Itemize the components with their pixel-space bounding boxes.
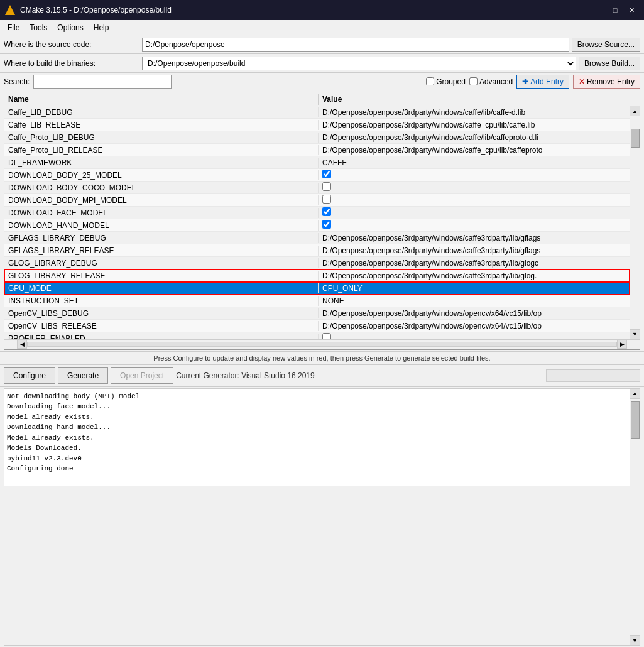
log-line: Downloading hand model... [7, 422, 627, 433]
log-line: Configuring done [7, 464, 627, 474]
table-body: Caffe_LIB_DEBUGD:/Openpose/openpose/3rdp… [4, 106, 630, 339]
cell-value: D:/Openpose/openpose/3rdparty/windows/op… [319, 321, 630, 331]
table-row[interactable]: Caffe_LIB_DEBUGD:/Openpose/openpose/3rdp… [4, 106, 630, 119]
table-row[interactable]: GLOG_LIBRARY_RELEASED:/Openpose/openpose… [4, 269, 630, 282]
title-bar: CMake 3.15.5 - D:/Openpose/openpose/buil… [0, 0, 644, 20]
checkbox-cell[interactable] [322, 333, 331, 339]
log-line: Models Downloaded. [7, 443, 627, 454]
generator-text: Current Generator: Visual Studio 16 2019 [176, 371, 543, 380]
cell-name: OpenCV_LIBS_RELEASE [4, 321, 319, 331]
table-row[interactable]: DOWNLOAD_BODY_COCO_MODEL [4, 182, 630, 194]
menu-file[interactable]: File [3, 22, 25, 33]
source-input[interactable] [142, 38, 569, 52]
build-label: Where to build the binaries: [4, 59, 142, 68]
main-container: Where is the source code: Browse Source.… [0, 35, 644, 647]
grouped-checkbox[interactable] [426, 77, 434, 85]
checkbox-cell[interactable] [322, 220, 331, 229]
cell-name: DOWNLOAD_BODY_MPI_MODEL [4, 195, 319, 205]
log-line: Model already exists. [7, 412, 627, 423]
grouped-checkbox-label[interactable]: Grouped [426, 77, 466, 86]
open-project-button[interactable]: Open Project [111, 367, 173, 384]
browse-source-button[interactable]: Browse Source... [572, 38, 640, 52]
cell-name: GLOG_LIBRARY_RELEASE [4, 271, 319, 281]
remove-entry-button[interactable]: ✕ Remove Entry [573, 75, 640, 89]
table-scroll-area: Caffe_LIB_DEBUGD:/Openpose/openpose/3rdp… [4, 106, 640, 339]
menu-options[interactable]: Options [52, 22, 88, 33]
cell-value [319, 332, 630, 339]
build-input[interactable]: D:/Openpose/openpose/build [142, 57, 576, 70]
log-area: Not downloading body (MPI) modelDownload… [4, 389, 630, 486]
grouped-label: Grouped [436, 77, 466, 86]
log-container: Not downloading body (MPI) modelDownload… [4, 388, 640, 646]
name-column-header: Name [4, 94, 319, 105]
table-row[interactable]: OpenCV_LIBS_DEBUGD:/Openpose/openpose/3r… [4, 307, 630, 320]
cell-name: PROFILER_ENABLED [4, 334, 319, 339]
bottom-toolbar: Configure Generate Open Project Current … [0, 364, 644, 387]
cell-name: GLOG_LIBRARY_DEBUG [4, 258, 319, 268]
advanced-label: Advanced [479, 77, 513, 86]
cell-name: Caffe_Proto_LIB_RELEASE [4, 145, 319, 155]
cell-name: INSTRUCTION_SET [4, 296, 319, 306]
checkbox-cell[interactable] [322, 195, 331, 204]
table-row[interactable]: DOWNLOAD_BODY_MPI_MODEL [4, 194, 630, 207]
minimize-button[interactable]: — [591, 4, 606, 16]
checkbox-cell[interactable] [322, 207, 331, 216]
advanced-checkbox-label[interactable]: Advanced [469, 77, 513, 86]
search-input[interactable] [33, 75, 172, 89]
cell-value: D:/Openpose/openpose/3rdparty/windows/ca… [319, 133, 630, 143]
table-row[interactable]: Caffe_LIB_RELEASED:/Openpose/openpose/3r… [4, 119, 630, 131]
add-entry-button[interactable]: ✚ Add Entry [516, 75, 569, 89]
table-row[interactable]: DOWNLOAD_BODY_25_MODEL [4, 169, 630, 182]
table-row[interactable]: PROFILER_ENABLED [4, 332, 630, 339]
scrollbar-thumb[interactable] [631, 129, 640, 148]
table-row[interactable]: GFLAGS_LIBRARY_DEBUGD:/Openpose/openpose… [4, 232, 630, 244]
cell-value [319, 182, 630, 193]
table-row[interactable]: Caffe_Proto_LIB_RELEASED:/Openpose/openp… [4, 144, 630, 156]
configure-button[interactable]: Configure [4, 367, 55, 384]
maximize-button[interactable]: □ [608, 4, 623, 16]
table-row[interactable]: DOWNLOAD_HAND_MODEL [4, 219, 630, 232]
advanced-checkbox[interactable] [469, 77, 478, 85]
menu-help[interactable]: Help [89, 22, 114, 33]
cell-value [319, 169, 630, 181]
cell-value: D:/Openpose/openpose/3rdparty/windows/ca… [319, 246, 630, 256]
cell-value: D:/Openpose/openpose/3rdparty/windows/ca… [319, 120, 630, 130]
horizontal-scrollbar[interactable]: ◀ ▶ [4, 339, 640, 349]
cell-value: NONE [319, 296, 630, 306]
table-row[interactable]: OpenCV_LIBS_RELEASED:/Openpose/openpose/… [4, 320, 630, 332]
checkbox-cell[interactable] [322, 182, 331, 191]
table-row[interactable]: DL_FRAMEWORKCAFFE [4, 156, 630, 169]
cell-value: D:/Openpose/openpose/3rdparty/windows/op… [319, 308, 630, 318]
log-line: pybind11 v2.3.dev0 [7, 454, 627, 464]
generate-button[interactable]: Generate [58, 367, 108, 384]
log-scrollbar[interactable]: ▲ ▼ [630, 389, 640, 646]
title-bar-text: CMake 3.15.5 - D:/Openpose/openpose/buil… [20, 6, 172, 14]
hscrollbar-track [27, 342, 617, 347]
table-header: Name Value [4, 92, 640, 106]
log-line: Model already exists. [7, 433, 627, 443]
table-row[interactable]: GLOG_LIBRARY_DEBUGD:/Openpose/openpose/3… [4, 257, 630, 269]
close-button[interactable]: ✕ [624, 4, 639, 16]
log-scrollbar-thumb[interactable] [631, 401, 640, 439]
log-line: Not downloading body (MPI) model [7, 391, 627, 402]
cell-value: D:/Openpose/openpose/3rdparty/windows/ca… [319, 233, 630, 243]
cell-name: GFLAGS_LIBRARY_RELEASE [4, 246, 319, 256]
table-row[interactable]: GFLAGS_LIBRARY_RELEASED:/Openpose/openpo… [4, 244, 630, 257]
cell-value: D:/Openpose/openpose/3rdparty/windows/ca… [319, 258, 630, 268]
table-row[interactable]: Caffe_Proto_LIB_DEBUGD:/Openpose/openpos… [4, 131, 630, 144]
title-bar-left: CMake 3.15.5 - D:/Openpose/openpose/buil… [5, 5, 172, 15]
cell-value: D:/Openpose/openpose/3rdparty/windows/ca… [319, 271, 630, 281]
build-path-row: Where to build the binaries: D:/Openpose… [0, 54, 644, 73]
browse-build-button[interactable]: Browse Build... [579, 57, 640, 70]
table-row[interactable]: INSTRUCTION_SETNONE [4, 295, 630, 307]
table-row[interactable]: DOWNLOAD_FACE_MODEL [4, 207, 630, 219]
table-row[interactable]: GPU_MODECPU_ONLY [4, 282, 630, 295]
cell-name: Caffe_Proto_LIB_DEBUG [4, 133, 319, 143]
vertical-scrollbar[interactable]: ▲ ▼ [630, 106, 640, 339]
menu-tools[interactable]: Tools [25, 22, 52, 33]
cell-value: D:/Openpose/openpose/3rdparty/windows/ca… [319, 107, 630, 117]
cell-value [319, 207, 630, 219]
checkbox-cell[interactable] [322, 170, 331, 178]
cell-value: CPU_ONLY [319, 283, 630, 293]
cell-value: CAFFE [319, 158, 630, 168]
